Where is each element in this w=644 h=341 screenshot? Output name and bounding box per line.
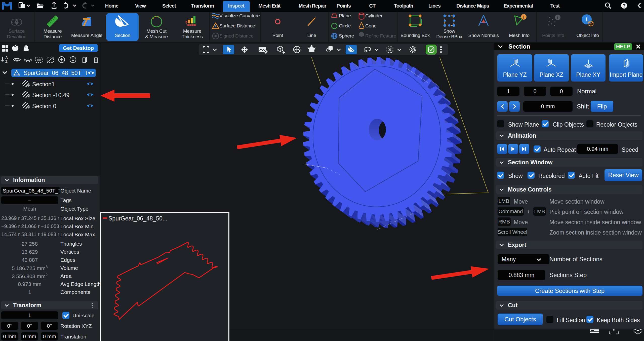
svg-text:?: ? [623,3,626,9]
svg-text:i: i [523,15,524,19]
svg-text:Z: Z [5,59,8,63]
svg-text:A: A [5,56,8,60]
svg-text:i: i [557,16,558,20]
svg-text:i: i [586,16,588,23]
